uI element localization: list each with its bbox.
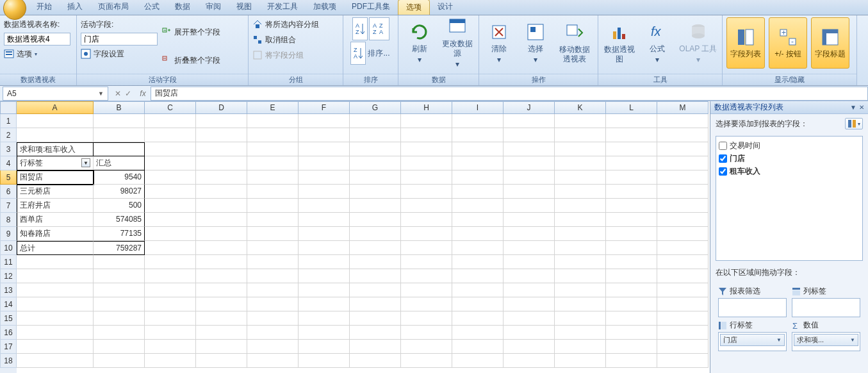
row-area[interactable]: 门店▼: [718, 332, 787, 351]
cell-J8[interactable]: [504, 213, 555, 227]
cell-G13[interactable]: [350, 283, 401, 297]
column-area[interactable]: [792, 298, 860, 317]
cell-F2[interactable]: [299, 128, 350, 142]
cell-M14[interactable]: [657, 297, 708, 311]
row-header-16[interactable]: 16: [0, 326, 17, 340]
change-source-button[interactable]: 更改数据源▾: [441, 17, 475, 69]
cell-J16[interactable]: [504, 326, 555, 340]
cell-B18[interactable]: [94, 354, 145, 368]
cell-G11[interactable]: [350, 255, 401, 269]
row-header-9[interactable]: 9: [0, 227, 17, 241]
cell-F13[interactable]: [299, 283, 350, 297]
cell-E18[interactable]: [247, 354, 299, 368]
layout-selector-button[interactable]: ▾: [845, 118, 863, 129]
cell-J11[interactable]: [504, 255, 555, 269]
cell-K12[interactable]: [555, 269, 606, 283]
cell-C18[interactable]: [145, 354, 196, 368]
cell-J17[interactable]: [504, 340, 555, 354]
cell-E12[interactable]: [247, 269, 299, 283]
cell-M10[interactable]: [657, 241, 708, 255]
pivot-name-input[interactable]: [4, 33, 70, 46]
cell-K8[interactable]: [555, 213, 606, 227]
cell-H17[interactable]: [401, 340, 452, 354]
cell-D12[interactable]: [196, 269, 247, 283]
close-icon[interactable]: ✕: [859, 104, 864, 111]
cell-G1[interactable]: [350, 114, 401, 128]
cell-A4[interactable]: 行标签▼: [17, 156, 94, 170]
cell-H12[interactable]: [401, 269, 452, 283]
field-checkbox[interactable]: [719, 167, 727, 176]
active-field-input[interactable]: [81, 33, 158, 46]
cell-B4[interactable]: 汇总: [94, 156, 145, 170]
cell-I3[interactable]: [452, 142, 504, 156]
pane-title[interactable]: 数据透视表字段列表 ▼✕: [710, 101, 868, 114]
cell-L11[interactable]: [606, 255, 657, 269]
cell-L16[interactable]: [606, 326, 657, 340]
cell-L3[interactable]: [606, 142, 657, 156]
cell-B14[interactable]: [94, 297, 145, 311]
cell-C7[interactable]: [145, 199, 196, 213]
cell-I9[interactable]: [452, 227, 504, 241]
cell-F3[interactable]: [299, 142, 350, 156]
collapse-field-button[interactable]: 折叠整个字段: [161, 53, 220, 67]
cell-L4[interactable]: [606, 156, 657, 170]
cell-D9[interactable]: [196, 227, 247, 241]
cell-B9[interactable]: 77135: [94, 227, 145, 241]
cell-M17[interactable]: [657, 340, 708, 354]
cell-A7[interactable]: 王府井店: [17, 199, 94, 213]
cell-G9[interactable]: [350, 227, 401, 241]
cell-D4[interactable]: [196, 156, 247, 170]
cell-M1[interactable]: [657, 114, 708, 128]
cell-L14[interactable]: [606, 297, 657, 311]
cell-I12[interactable]: [452, 269, 504, 283]
cell-K5[interactable]: [555, 170, 606, 185]
cell-F14[interactable]: [299, 297, 350, 311]
col-header-F[interactable]: F: [299, 101, 350, 114]
name-box[interactable]: A5▼: [3, 87, 108, 101]
cell-A15[interactable]: [17, 311, 94, 326]
cell-J3[interactable]: [504, 142, 555, 156]
col-header-C[interactable]: C: [145, 101, 196, 114]
cell-A6[interactable]: 三元桥店: [17, 185, 94, 199]
cell-K18[interactable]: [555, 354, 606, 368]
cell-K17[interactable]: [555, 340, 606, 354]
cell-F17[interactable]: [299, 340, 350, 354]
cell-E16[interactable]: [247, 326, 299, 340]
menu-tab-开发工具[interactable]: 开发工具: [259, 0, 306, 15]
cell-B8[interactable]: 574085: [94, 213, 145, 227]
cell-L8[interactable]: [606, 213, 657, 227]
cell-I7[interactable]: [452, 199, 504, 213]
cell-K3[interactable]: [555, 142, 606, 156]
cell-H10[interactable]: [401, 241, 452, 255]
cell-K10[interactable]: [555, 241, 606, 255]
cell-K13[interactable]: [555, 283, 606, 297]
formula-button[interactable]: fx公式▾: [640, 17, 674, 69]
formula-input[interactable]: 国贸店: [151, 87, 868, 101]
cell-I6[interactable]: [452, 185, 504, 199]
cell-H15[interactable]: [401, 311, 452, 326]
cell-J4[interactable]: [504, 156, 555, 170]
cell-L17[interactable]: [606, 340, 657, 354]
cell-E8[interactable]: [247, 213, 299, 227]
cell-H6[interactable]: [401, 185, 452, 199]
cell-E5[interactable]: [247, 170, 299, 185]
cell-M2[interactable]: [657, 128, 708, 142]
cell-I1[interactable]: [452, 114, 504, 128]
cell-C11[interactable]: [145, 255, 196, 269]
cell-D16[interactable]: [196, 326, 247, 340]
cell-M5[interactable]: [657, 170, 708, 185]
cell-I2[interactable]: [452, 128, 504, 142]
row-header-5[interactable]: 5: [0, 170, 17, 185]
menu-tab-PDF工具集[interactable]: PDF工具集: [344, 0, 398, 15]
menu-tab-设计[interactable]: 设计: [430, 0, 461, 15]
select-button[interactable]: 选择▾: [520, 17, 552, 69]
expand-field-button[interactable]: + 展开整个字段: [161, 25, 220, 39]
cell-F8[interactable]: [299, 213, 350, 227]
cell-E14[interactable]: [247, 297, 299, 311]
filter-area[interactable]: [718, 298, 787, 317]
cell-A8[interactable]: 西单店: [17, 213, 94, 227]
cell-G4[interactable]: [350, 156, 401, 170]
cell-B11[interactable]: [94, 255, 145, 269]
cell-L5[interactable]: [606, 170, 657, 185]
cell-B10[interactable]: 759287: [94, 241, 145, 255]
